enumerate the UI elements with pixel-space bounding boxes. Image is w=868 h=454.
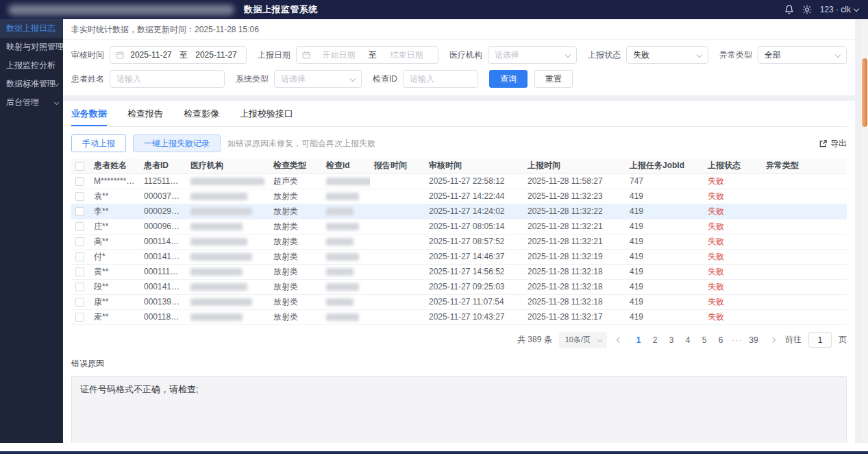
exam-id-redacted-block [326, 298, 354, 306]
reset-button[interactable]: 重置 [534, 70, 573, 88]
page-number-1[interactable]: 1 [632, 332, 645, 348]
exam-id-label: 检查ID [373, 73, 397, 85]
table-row[interactable]: 李**0000294185放射类2025-11-27 14:24:022025-… [71, 204, 847, 219]
top-bar: 数据上报监管系统 123 · clk [0, 0, 868, 19]
table-row[interactable]: 付*0001418021放射类2025-11-27 14:46:372025-1… [71, 249, 847, 264]
page-size-select[interactable]: 10条/页 [559, 332, 607, 348]
audit-time-end[interactable]: 2025-11-27 [192, 50, 240, 60]
cell-audit-time: 2025-11-27 14:22:44 [425, 189, 523, 204]
row-checkbox[interactable] [75, 313, 84, 322]
table-row[interactable]: 袁**0000377910放射类2025-11-27 14:22:442025-… [71, 189, 847, 204]
sidebar-item[interactable]: 数据标准管理 [0, 75, 63, 93]
col-report-time: 报告时间 [370, 158, 425, 174]
page-number-5[interactable]: 5 [697, 332, 711, 348]
sidebar-item[interactable]: 映射与对照管理 [0, 38, 63, 56]
page-scrollbar-track[interactable] [861, 19, 868, 443]
page-scrollbar-thumb[interactable] [862, 58, 867, 127]
theme-toggle-icon[interactable] [802, 5, 812, 14]
manual-report-button[interactable]: 手动上报 [71, 134, 126, 152]
tab-检查影像[interactable]: 检查影像 [184, 101, 219, 126]
row-checkbox[interactable] [75, 267, 84, 276]
tab-检查报告[interactable]: 检查报告 [127, 101, 163, 126]
report-table: 患者姓名 患者ID 医疗机构 检查类型 检查id 报告时间 审核时间 上报时间 … [71, 158, 847, 325]
batch-retry-button[interactable]: 一键上报失败记录 [133, 134, 221, 152]
row-checkbox[interactable] [75, 298, 84, 307]
system-type-select[interactable]: 请选择 [274, 70, 362, 88]
cell-checkbox [71, 264, 90, 279]
export-button[interactable]: 导出 [819, 138, 847, 150]
cell-exception-type [762, 309, 847, 324]
report-date-range-picker[interactable]: 开始日期 至 结束日期 [296, 46, 438, 64]
row-checkbox[interactable] [75, 252, 84, 261]
page-number-6[interactable]: 6 [714, 332, 728, 348]
report-date-start[interactable]: 开始日期 [313, 49, 364, 61]
search-button[interactable]: 查询 [489, 70, 528, 88]
row-checkbox[interactable] [75, 177, 84, 186]
user-menu[interactable]: 123 · clk [820, 5, 858, 14]
cell-exception-type [762, 189, 847, 204]
total-count: 共 389 条 [517, 334, 552, 346]
tab-上报校验接口[interactable]: 上报校验接口 [240, 101, 293, 126]
table-row[interactable]: 黄**0001115398放射类2025-11-27 14:56:522025-… [71, 264, 847, 279]
goto-page-input[interactable] [808, 332, 832, 348]
audit-time-start[interactable]: 2025-11-27 [127, 50, 175, 60]
cell-report-time [370, 219, 425, 234]
cell-institution [186, 219, 269, 234]
table-row[interactable]: 康**0001396766放射类2025-11-27 11:07:542025-… [71, 294, 847, 309]
sidebar-item-label: 数据标准管理 [6, 79, 55, 88]
retry-hint-text: 如错误原因未修复，可能会再次上报失败 [227, 138, 375, 150]
logo-redacted [8, 5, 234, 15]
cell-checkbox [71, 219, 90, 234]
report-status-select[interactable]: 失败 [626, 46, 708, 64]
col-exam-id: 检查id [322, 158, 370, 174]
table-row[interactable]: 庄**0000967063放射类2025-11-27 08:05:142025-… [71, 219, 847, 234]
cell-job-id: 419 [625, 249, 704, 264]
audit-time-range-picker[interactable]: 2025-11-27 至 2025-11-27 [110, 46, 247, 64]
row-checkbox[interactable] [75, 207, 84, 216]
cell-report-time [370, 264, 425, 279]
cell-status: 失败 [704, 279, 762, 294]
cell-status: 失败 [704, 309, 762, 324]
exception-type-select[interactable]: 全部 [758, 46, 847, 64]
table-row[interactable]: M************...11251127266超声类2025-11-27… [71, 174, 847, 189]
tab-业务数据[interactable]: 业务数据 [71, 101, 107, 126]
row-checkbox[interactable] [75, 283, 84, 291]
report-date-end[interactable]: 结束日期 [381, 49, 432, 61]
table-row[interactable]: 麦**0001182959放射类2025-11-27 10:43:272025-… [71, 309, 847, 324]
next-page-button[interactable] [767, 332, 778, 348]
page-number-39[interactable]: 39 [747, 332, 760, 348]
table-row[interactable]: 段**0001419629放射类2025-11-27 09:25:032025-… [71, 279, 847, 294]
cell-patient-name: 高** [90, 234, 140, 249]
sidebar-item[interactable]: 数据上报日志 [0, 19, 63, 38]
cell-patient-id: 0001419629 [140, 279, 186, 294]
row-checkbox[interactable] [75, 222, 84, 231]
cell-audit-time: 2025-11-27 14:46:37 [425, 249, 523, 264]
notification-bell-icon[interactable] [784, 5, 794, 14]
institution-placeholder: 请选择 [495, 49, 519, 61]
page-number-4[interactable]: 4 [681, 332, 695, 348]
exam-id-input[interactable] [403, 70, 478, 88]
sidebar-item-label: 数据上报日志 [6, 23, 55, 33]
cell-patient-id: 11251127266 [140, 174, 186, 189]
row-checkbox[interactable] [75, 192, 84, 201]
row-checkbox[interactable] [75, 237, 84, 246]
cell-institution [186, 294, 269, 309]
cell-institution [186, 264, 269, 279]
cell-patient-id: 0001115398 [140, 264, 186, 279]
prev-page-button[interactable] [614, 332, 625, 348]
filter-patient-name: 患者姓名 [71, 70, 225, 88]
sidebar-item-label: 映射与对照管理 [6, 42, 63, 51]
page-number-3[interactable]: 3 [665, 332, 678, 348]
select-all-checkbox[interactable] [75, 162, 84, 171]
page-number-2[interactable]: 2 [648, 332, 662, 348]
institution-select[interactable]: 请选择 [488, 46, 577, 64]
cell-job-id: 419 [625, 309, 704, 324]
exam-id-redacted-block [326, 193, 359, 200]
patient-name-input[interactable] [110, 70, 225, 88]
sidebar-item[interactable]: 后台管理 [0, 93, 63, 112]
system-type-placeholder: 请选择 [281, 73, 306, 85]
cell-report-time [370, 294, 425, 309]
sidebar-item[interactable]: 上报监控分析 [0, 56, 63, 75]
col-exception-type: 异常类型 [762, 158, 847, 174]
table-row[interactable]: 高**0001142232放射类2025-11-27 08:57:522025-… [71, 234, 847, 249]
